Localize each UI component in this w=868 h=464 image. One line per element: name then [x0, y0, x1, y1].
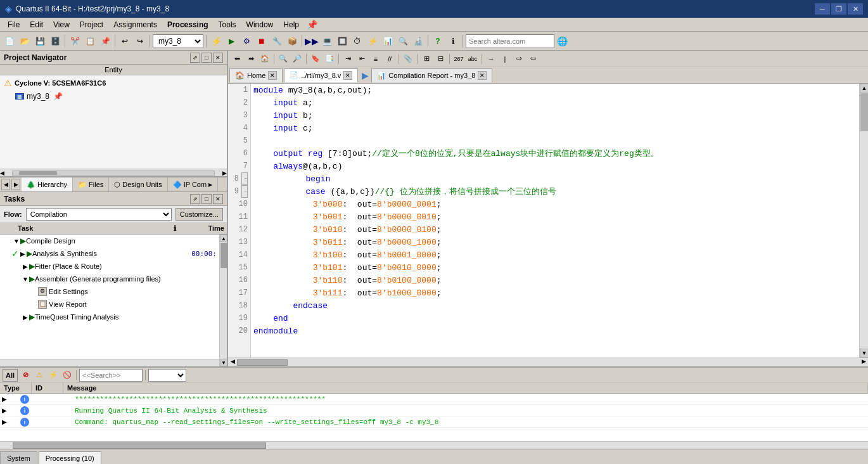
- nav-tab-left-btn[interactable]: ◀: [1, 179, 10, 190]
- nav-max-btn[interactable]: □: [201, 53, 212, 63]
- nav-arrow-btn[interactable]: →: [485, 53, 497, 65]
- nav-close-btn[interactable]: ✕: [213, 53, 223, 63]
- project-dropdown[interactable]: my3_8: [153, 34, 203, 48]
- menu-project[interactable]: Project: [75, 19, 108, 30]
- nav-marks-btn[interactable]: 📑: [323, 53, 336, 65]
- tb-chip-btn[interactable]: 🔲: [335, 34, 349, 48]
- tab-hierarchy[interactable]: 🌲 Hierarchy: [22, 177, 73, 191]
- tb-fit-btn[interactable]: 🔧: [270, 34, 284, 48]
- timequest-expand[interactable]: ▶: [22, 314, 29, 321]
- minimize-button[interactable]: ─: [815, 3, 830, 15]
- code-vscroll[interactable]: ▲ ▼: [859, 84, 868, 358]
- nav-indent-btn[interactable]: ⇥: [341, 53, 354, 65]
- tb-help-btn[interactable]: ?: [431, 34, 445, 48]
- tb-paste-btn[interactable]: 📌: [98, 34, 112, 48]
- tb-save-btn[interactable]: 💾: [33, 34, 47, 48]
- tab-nav-arrow[interactable]: ▶: [362, 70, 369, 81]
- code-vscroll-up[interactable]: ▲: [860, 84, 868, 93]
- nav-abc-btn[interactable]: abc: [466, 53, 479, 65]
- tb-timing-btn[interactable]: ⏱: [350, 34, 364, 48]
- nav-collapse-btn[interactable]: ⊟: [434, 53, 447, 65]
- menu-tools[interactable]: Tools: [214, 19, 241, 30]
- tasks-max-btn[interactable]: □: [201, 194, 212, 204]
- fold-btn-9[interactable]: −: [241, 185, 248, 198]
- msg-suppress-btn[interactable]: 🚫: [61, 369, 73, 382]
- nav-indent2-btn[interactable]: ⇨: [513, 53, 525, 65]
- nav-bookmark-btn[interactable]: 🔖: [309, 53, 322, 65]
- msg-row-1-expand[interactable]: ▶: [0, 396, 9, 403]
- nav-align-btn[interactable]: ≡: [369, 53, 382, 65]
- msg-all-btn[interactable]: All: [3, 369, 18, 382]
- tasks-vscroll-thumb[interactable]: [220, 243, 227, 268]
- menu-window[interactable]: Window: [241, 19, 279, 30]
- nav-expand-btn[interactable]: ⊞: [420, 53, 433, 65]
- editor-hscroll-left[interactable]: ◀: [228, 358, 237, 366]
- msg-critical-btn[interactable]: ⚡: [47, 369, 60, 382]
- compile-design-expand[interactable]: ▼: [13, 238, 20, 245]
- nav-dedent2-btn[interactable]: ⇦: [527, 53, 539, 65]
- nav-search-btn[interactable]: 🔍: [277, 53, 290, 65]
- close-button[interactable]: ✕: [848, 3, 863, 15]
- tab-home[interactable]: 🏠 Home ✕: [229, 68, 283, 82]
- code-content[interactable]: module my3_8(a,b,c,out); input a; input …: [251, 84, 859, 358]
- menu-file[interactable]: File: [3, 19, 25, 30]
- tb-prog-btn[interactable]: 💻: [320, 34, 334, 48]
- msg-row-3-expand[interactable]: ▶: [0, 418, 9, 425]
- tb-tech-btn[interactable]: 🔬: [411, 34, 425, 48]
- analysis-expand[interactable]: ▶: [19, 250, 27, 257]
- msg-warn-btn[interactable]: ⚠: [33, 369, 46, 382]
- hscroll-thumb[interactable]: [19, 171, 57, 175]
- tb-rtl-btn[interactable]: 🔍: [396, 34, 410, 48]
- task-item-assembler[interactable]: ▼ ▶ Assembler (Generate programming file…: [0, 273, 219, 285]
- nav-chars-btn[interactable]: 267: [452, 53, 465, 65]
- tb-synth-btn[interactable]: ▶: [224, 34, 238, 48]
- msg-search-input[interactable]: [79, 369, 143, 382]
- tab-home-close[interactable]: ✕: [268, 71, 277, 80]
- hscroll-left-btn[interactable]: ◀: [0, 170, 4, 176]
- nav-outdent-btn[interactable]: ⇤: [355, 53, 368, 65]
- msg-hscroll[interactable]: [0, 441, 868, 449]
- flow-select[interactable]: Compilation: [26, 208, 172, 221]
- tab-file[interactable]: 📄 ../rtl/my3_8.v ✕: [284, 68, 358, 82]
- customize-button[interactable]: Customize...: [176, 208, 223, 221]
- tab-processing[interactable]: Processing (10): [39, 451, 101, 464]
- restore-button[interactable]: ❐: [831, 3, 846, 15]
- tasks-close-btn[interactable]: ✕: [213, 194, 223, 204]
- nav-home-btn[interactable]: 🏠: [258, 53, 271, 65]
- nav-clip-btn[interactable]: 📎: [402, 53, 414, 65]
- nav-forward-btn[interactable]: ➡: [245, 53, 257, 65]
- task-item-fitter[interactable]: ▶ ▶ Fitter (Place & Route): [0, 260, 219, 273]
- tab-report[interactable]: 📊 Compilation Report - my3_8 ✕: [371, 68, 492, 82]
- tasks-float-btn[interactable]: ⇗: [190, 194, 200, 204]
- nav-back-btn[interactable]: ⬅: [231, 53, 243, 65]
- tasks-vscroll-up[interactable]: ▲: [220, 235, 227, 242]
- tab-design-units[interactable]: ⬡ Design Units: [109, 177, 167, 191]
- tb-save-all-btn[interactable]: 🗄️: [48, 34, 62, 48]
- msg-error-btn[interactable]: ⊘: [19, 369, 32, 382]
- tb-copy-btn[interactable]: 📋: [83, 34, 97, 48]
- tb-sim-btn[interactable]: 📊: [381, 34, 395, 48]
- task-item-analysis[interactable]: ✓ ▶ ▶ Analysis & Synthesis 00:00:: [0, 247, 219, 260]
- nav-tab-right-btn[interactable]: ▶: [11, 179, 20, 190]
- tab-file-close[interactable]: ✕: [343, 71, 352, 80]
- fold-btn-8[interactable]: −: [241, 172, 248, 185]
- fitter-expand[interactable]: ▶: [22, 263, 29, 270]
- nav-marker-btn[interactable]: |: [499, 53, 511, 65]
- tab-files[interactable]: 📁 Files: [73, 177, 109, 191]
- tasks-vscroll[interactable]: ▲ ▼: [219, 235, 227, 366]
- tab-ip-com[interactable]: 🔷 IP Com ▶: [168, 177, 218, 191]
- menu-view[interactable]: View: [48, 19, 75, 30]
- menu-processing[interactable]: Processing: [162, 19, 214, 30]
- menu-help[interactable]: Help: [278, 19, 304, 30]
- hscroll-right-btn[interactable]: ▶: [222, 170, 227, 176]
- editor-hscroll[interactable]: ◀ ▶: [228, 358, 868, 366]
- nav-search2-btn[interactable]: 🔎: [291, 53, 303, 65]
- tb-start-btn[interactable]: ▶▶: [305, 34, 319, 48]
- msg-dropdown[interactable]: [148, 369, 186, 382]
- msg-hscroll-thumb[interactable]: [13, 442, 266, 449]
- tb-stop-btn[interactable]: ⏹: [255, 34, 269, 48]
- tb-asm-btn[interactable]: 📦: [285, 34, 299, 48]
- code-vscroll-down[interactable]: ▼: [860, 349, 868, 358]
- tb-undo-btn[interactable]: ↩: [118, 34, 132, 48]
- tb-analyze-btn[interactable]: ⚡: [209, 34, 223, 48]
